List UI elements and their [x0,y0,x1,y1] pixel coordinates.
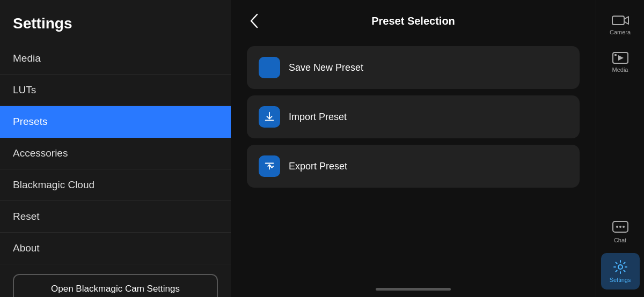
media-label: Media [612,66,628,73]
import-preset-button[interactable]: Import Preset [247,95,580,138]
svg-marker-2 [618,55,624,61]
sidebar-item-reset[interactable]: Reset [0,201,231,233]
page-title: Preset Selection [371,15,455,27]
sidebar-item-accessories[interactable]: Accessories [0,138,231,169]
sidebar-nav: Media LUTs Presets Accessories Blackmagi… [0,43,231,264]
chat-icon [612,221,628,235]
sidebar-item-about[interactable]: About [0,233,231,264]
camera-icon [612,14,629,27]
main-content: Preset Selection Save New Preset Import … [231,0,596,297]
save-new-preset-button[interactable]: Save New Preset [247,46,580,89]
sidebar: Settings Media LUTs Presets Accessories … [0,0,231,297]
open-cam-settings-button[interactable]: Open Blackmagic Cam Settings [13,274,218,297]
import-preset-icon [259,106,280,128]
right-nav-chat[interactable]: Chat [601,214,640,250]
bottom-home-indicator [376,288,451,291]
sidebar-item-presets[interactable]: Presets [0,106,231,138]
sidebar-title: Settings [0,5,231,43]
svg-point-6 [619,226,621,228]
right-nav-media[interactable]: Media [601,45,640,79]
right-nav-settings[interactable]: Settings [601,253,640,289]
settings-icon [613,259,628,274]
sidebar-item-media[interactable]: Media [0,43,231,75]
svg-point-5 [616,226,618,228]
svg-rect-0 [612,16,624,25]
sidebar-footer: Open Blackmagic Cam Settings [0,264,231,297]
camera-label: Camera [610,29,631,35]
main-header: Preset Selection [241,0,585,41]
back-button[interactable] [247,11,266,31]
save-new-preset-icon [259,57,280,78]
svg-point-7 [623,226,625,228]
media-icon [612,51,628,64]
svg-rect-3 [614,54,617,56]
right-nav-camera[interactable]: Camera [601,8,640,42]
sidebar-item-luts[interactable]: LUTs [0,75,231,106]
chat-label: Chat [614,237,626,243]
export-preset-button[interactable]: Export Preset [247,145,580,188]
svg-point-8 [618,265,623,269]
right-sidebar: Camera Media Chat [596,0,644,297]
sidebar-item-blackmagic-cloud[interactable]: Blackmagic Cloud [0,169,231,201]
export-preset-label: Export Preset [289,161,347,172]
export-preset-icon [259,155,280,177]
save-new-preset-label: Save New Preset [289,62,363,73]
settings-label: Settings [610,277,631,283]
import-preset-label: Import Preset [289,112,347,123]
preset-actions-list: Save New Preset Import Preset Export Pre… [241,41,585,193]
